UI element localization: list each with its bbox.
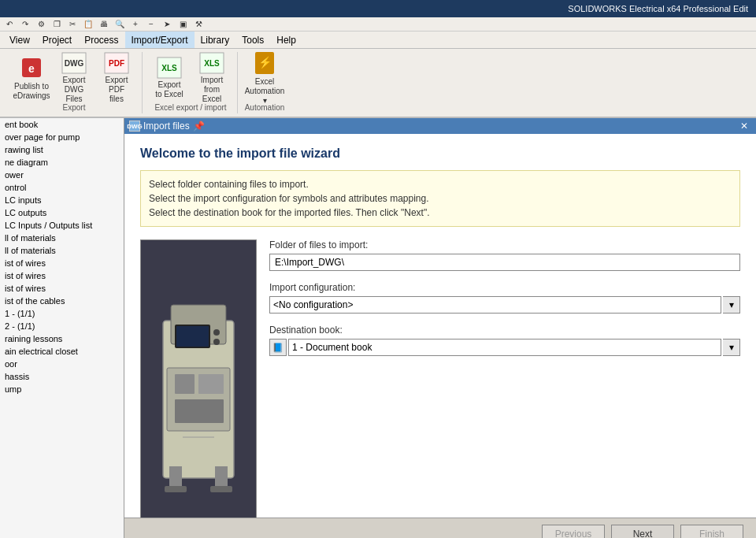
export-dwg-button[interactable]: DWG Export DWG Files [54,55,94,101]
zoom-in-icon[interactable]: + [129,18,142,31]
svg-point-18 [213,339,220,345]
config-select[interactable]: <No configuration> [269,296,721,314]
svg-rect-26 [210,486,232,492]
export-pdf-button[interactable]: PDF Export PDF files [96,55,137,101]
sidebar-item-6[interactable]: LC inputs [0,194,124,206]
svg-rect-25 [165,486,187,492]
sidebar-item-9[interactable]: ll of materials [0,232,124,244]
wizard-heading: Welcome to the import file wizard [140,147,740,161]
dialog-title: Import files [143,121,190,132]
sidebar: ent book over page for pump rawing list … [0,118,124,538]
settings-icon[interactable]: ⚒ [192,18,205,31]
wizard-image [140,239,257,518]
next-button[interactable]: Next [611,525,674,539]
excel-automation-label: Excel Automation ▾ [245,77,285,106]
sidebar-item-12[interactable]: ist of wires [0,269,124,282]
svg-text:XLS: XLS [161,64,177,72]
finish-button[interactable]: Finish [680,525,743,539]
sidebar-item-1[interactable]: over page for pump [0,131,124,143]
svg-text:⚡: ⚡ [258,56,272,69]
import-excel-label: Import from Excel [195,76,229,104]
export-group: e Publish to eDrawings DWG Export DWG Fi… [6,52,143,113]
sidebar-item-14[interactable]: ist of the cables [0,295,124,307]
sidebar-item-10[interactable]: ll of materials [0,244,124,257]
zoom-icon[interactable]: 🔍 [113,18,126,31]
menu-project[interactable]: Project [36,32,78,48]
destination-dropdown-arrow[interactable]: ▾ [723,339,740,356]
title-bar: SOLIDWORKS Electrical x64 Professional E… [0,0,756,17]
folder-group: Folder of files to import: [269,239,740,271]
pointer-icon[interactable]: ➤ [161,18,173,31]
sidebar-item-18[interactable]: ain electrical closet [0,345,124,358]
svg-rect-20 [175,374,195,394]
export-excel-label: Export to Excel [155,80,183,99]
export-xls-icon: XLS [157,57,182,79]
main-area: ent book over page for pump rawing list … [0,118,756,538]
sidebar-item-13[interactable]: ist of wires [0,282,124,295]
destination-select-row: 📘 1 - Document book ▾ [269,339,740,356]
zoom-out-icon[interactable]: − [145,18,158,31]
undo-icon[interactable]: ↶ [3,18,16,31]
destination-group: Destination book: 📘 1 - Document book ▾ [269,325,740,356]
svg-rect-21 [198,374,224,394]
sidebar-item-3[interactable]: ne diagram [0,156,124,169]
tools-icon[interactable]: ⚙ [35,18,47,31]
sidebar-item-17[interactable]: raining lessons [0,332,124,345]
excel-automation-button[interactable]: ⚡ Excel Automation ▾ [244,55,285,101]
svg-text:XLS: XLS [204,59,220,68]
folder-input[interactable] [269,254,740,271]
destination-select[interactable]: 1 - Document book [288,339,721,356]
dwg-icon: DWG [61,52,87,74]
menu-import-export[interactable]: Import/Export [125,32,195,48]
edrawings-icon: e [19,55,44,80]
svg-text:e: e [28,62,35,75]
svg-rect-16 [176,326,209,347]
sidebar-item-20[interactable]: hassis [0,370,124,383]
redo-icon[interactable]: ↷ [19,18,32,31]
menu-library[interactable]: Library [195,32,236,48]
sidebar-item-0[interactable]: ent book [0,118,124,131]
sidebar-item-16[interactable]: 2 - (1/1) [0,320,124,332]
svg-point-17 [213,329,220,336]
svg-text:DWG: DWG [65,59,84,68]
publish-edrawings-button[interactable]: e Publish to eDrawings [11,55,52,101]
wizard-info-line-3: Select the destination book for the impo… [149,206,732,220]
config-dropdown-arrow[interactable]: ▾ [723,296,740,314]
menu-tools[interactable]: Tools [235,32,270,48]
import-excel-button[interactable]: XLS Import from Excel [191,55,232,101]
menu-help[interactable]: Help [270,32,302,48]
print-icon[interactable]: 🖶 [98,18,110,31]
ribbon-toolbar: e Publish to eDrawings DWG Export DWG Fi… [0,49,756,118]
wizard-content: Folder of files to import: Import config… [140,239,740,518]
previous-button[interactable]: Previous [542,525,605,539]
copy-icon[interactable]: ❐ [50,18,63,31]
export-excel-button[interactable]: XLS Export to Excel [149,55,190,101]
close-icon[interactable]: ✕ [737,121,751,132]
folder-label: Folder of files to import: [269,239,740,250]
wizard-info-box: Select folder containing files to import… [140,170,740,227]
sidebar-item-4[interactable]: ower [0,169,124,181]
sidebar-item-7[interactable]: LC outputs [0,206,124,219]
dialog-area: DWG Import files 📌 ✕ Welcome to the impo… [124,118,756,538]
automation-group: ⚡ Excel Automation ▾ Automation [239,52,290,113]
sidebar-item-15[interactable]: 1 - (1/1) [0,307,124,320]
sidebar-item-19[interactable]: oor [0,358,124,370]
sidebar-item-21[interactable]: ump [0,383,124,395]
select-icon[interactable]: ▣ [176,18,189,31]
menu-process[interactable]: Process [78,32,124,48]
pdf-icon: PDF [104,52,129,74]
destination-label: Destination book: [269,325,740,336]
paste-icon[interactable]: 📋 [82,18,94,31]
pin-icon[interactable]: 📌 [190,121,208,132]
destination-book-icon[interactable]: 📘 [269,339,287,356]
sidebar-item-11[interactable]: ist of wires [0,257,124,269]
import-xls-icon: XLS [199,52,224,74]
menu-view[interactable]: View [3,32,36,48]
sidebar-item-5[interactable]: ontrol [0,181,124,194]
sidebar-item-8[interactable]: LC Inputs / Outputs list [0,219,124,232]
automation-buttons: ⚡ Excel Automation ▾ [244,52,285,103]
sidebar-item-2[interactable]: rawing list [0,143,124,156]
cut-icon[interactable]: ✂ [66,18,79,31]
svg-text:PDF: PDF [109,59,124,68]
export-group-label: Export [11,103,137,113]
